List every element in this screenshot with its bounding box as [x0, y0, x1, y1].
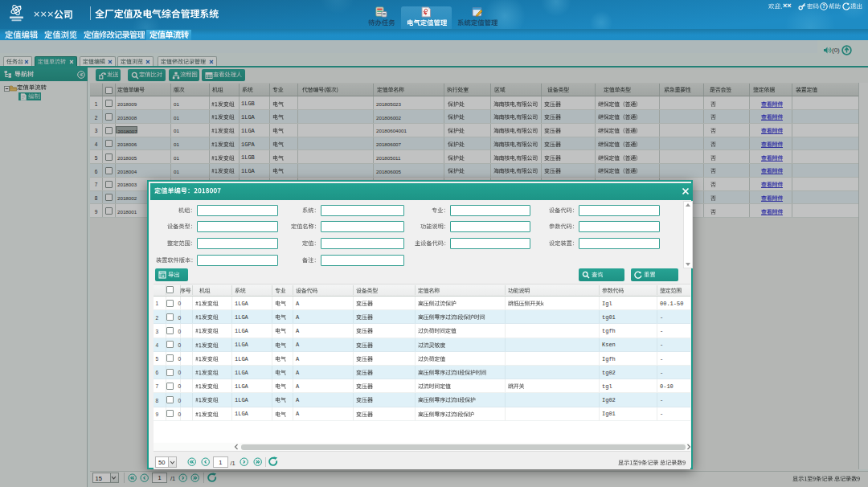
svg-text:?: ? — [822, 3, 825, 9]
